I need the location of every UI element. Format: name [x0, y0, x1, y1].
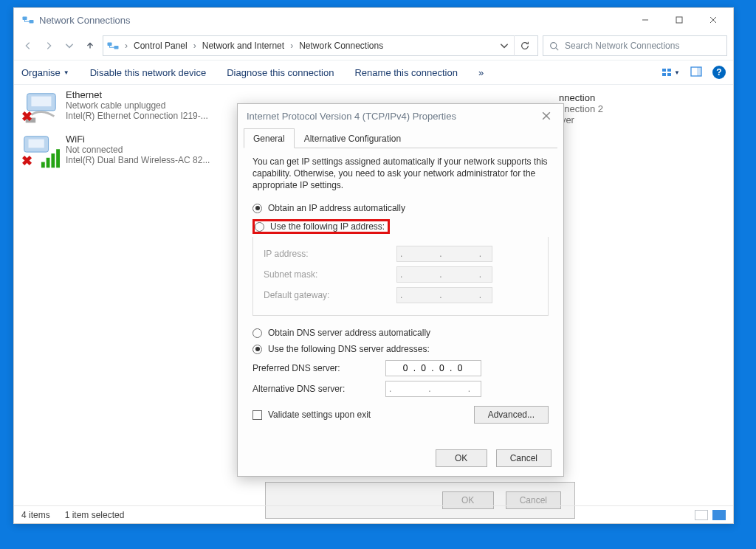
- breadcrumb-leaf[interactable]: Network Connections: [297, 41, 385, 51]
- dialog-footer: OK Cancel: [238, 441, 563, 476]
- svg-rect-21: [41, 162, 45, 168]
- selection-count: 1 item selected: [65, 510, 125, 520]
- radio-icon: [252, 345, 262, 354]
- disable-device-button[interactable]: Disable this network device: [90, 67, 207, 78]
- network-folder-icon: [21, 13, 35, 27]
- advanced-button[interactable]: Advanced...: [474, 406, 549, 424]
- diagnose-button[interactable]: Diagnose this connection: [227, 67, 334, 78]
- radio-label: Use the following IP address:: [270, 221, 385, 232]
- ok-button[interactable]: OK: [436, 449, 487, 467]
- dialog-body: You can get IP settings assigned automat…: [238, 148, 563, 429]
- search-box[interactable]: Search Network Connections: [543, 35, 727, 56]
- address-bar[interactable]: › Control Panel › Network and Internet ›…: [103, 35, 538, 56]
- gateway-label: Default gateway:: [264, 290, 396, 300]
- svg-rect-23: [51, 153, 55, 168]
- dialog-tabs: General Alternative Configuration: [244, 128, 557, 148]
- tab-alt-config[interactable]: Alternative Configuration: [295, 128, 410, 148]
- error-x-icon: ✖: [21, 153, 32, 169]
- toolbar-overflow[interactable]: »: [478, 67, 484, 78]
- cancel-button[interactable]: Cancel: [496, 449, 551, 467]
- subnet-mask-label: Subnet mask:: [264, 269, 396, 280]
- dialog-title: Internet Protocol Version 4 (TCP/IPv4) P…: [247, 111, 456, 122]
- ip-address-label: IP address:: [264, 249, 396, 259]
- svg-rect-3: [676, 17, 682, 23]
- close-button[interactable]: [696, 8, 730, 32]
- forward-button[interactable]: [41, 38, 57, 54]
- radio-obtain-ip-auto[interactable]: Obtain an IP address automatically: [252, 201, 549, 215]
- ip-fields-group: IP address:. . . Subnet mask:. . . Defau…: [252, 237, 549, 316]
- svg-rect-11: [667, 69, 671, 72]
- connection-item-ethernet[interactable]: ✖ Ethernet Network cable unplugged Intel…: [20, 89, 241, 126]
- back-button[interactable]: [20, 38, 36, 54]
- connection-item-wifi[interactable]: ✖ WiFi Not connected Intel(R) Dual Band …: [20, 134, 241, 170]
- connection-device: Intel(R) Ethernet Connection I219-...: [66, 111, 221, 121]
- nav-row: › Control Panel › Network and Internet ›…: [14, 32, 733, 60]
- subnet-mask-input[interactable]: . . .: [396, 266, 492, 283]
- connection-name: Ethernet: [66, 89, 241, 100]
- svg-point-8: [551, 42, 557, 48]
- svg-rect-20: [29, 139, 44, 148]
- connection-status: nnection 2: [559, 103, 721, 114]
- address-icon: [106, 39, 120, 52]
- ipv4-properties-dialog: Internet Protocol Version 4 (TCP/IPv4) P…: [237, 103, 564, 477]
- connection-item-partial[interactable]: nnection nnection 2 iver: [559, 92, 721, 125]
- view-options-icon[interactable]: ▼: [661, 66, 680, 78]
- alt-dns-input[interactable]: . . .: [385, 381, 481, 397]
- svg-line-9: [556, 47, 558, 49]
- radio-icon: [252, 328, 262, 338]
- radio-obtain-dns-auto[interactable]: Obtain DNS server address automatically: [252, 326, 549, 339]
- window-title: Network Connections: [39, 15, 131, 26]
- ip-address-input[interactable]: . . .: [396, 246, 492, 262]
- tab-general[interactable]: General: [244, 128, 295, 148]
- svg-rect-0: [23, 17, 27, 21]
- help-icon[interactable]: ?: [712, 66, 726, 79]
- radio-label: Obtain an IP address automatically: [268, 203, 405, 213]
- validate-checkbox[interactable]: [252, 410, 262, 420]
- radio-use-following-ip[interactable]: Use the following IP address:: [252, 219, 390, 234]
- details-view-button[interactable]: [695, 510, 708, 520]
- chevron-right-icon[interactable]: ›: [123, 41, 130, 51]
- preferred-dns-label: Preferred DNS server:: [252, 363, 385, 373]
- rename-button[interactable]: Rename this connection: [354, 67, 457, 78]
- svg-rect-10: [662, 69, 666, 72]
- connection-status: Network cable unplugged: [66, 100, 241, 111]
- organise-menu[interactable]: Organise▼: [21, 67, 69, 78]
- preferred-dns-input[interactable]: 0 . 0 . 0 . 0: [385, 360, 481, 376]
- breadcrumb-root[interactable]: Control Panel: [131, 41, 190, 51]
- search-placeholder: Search Network Connections: [565, 41, 679, 51]
- maximize-button[interactable]: [662, 8, 696, 32]
- radio-label: Use the following DNS server addresses:: [268, 344, 430, 354]
- up-button[interactable]: [82, 38, 98, 54]
- dialog-close-button[interactable]: [538, 108, 554, 124]
- svg-rect-22: [47, 158, 50, 168]
- item-count: 4 items: [21, 510, 50, 520]
- breadcrumb-mid[interactable]: Network and Internet: [200, 41, 286, 51]
- large-icons-view-button[interactable]: [712, 510, 726, 520]
- network-connections-window: Network Connections › Control Panel › Ne…: [13, 7, 734, 524]
- recent-dropdown[interactable]: [61, 38, 78, 54]
- chevron-right-icon[interactable]: ›: [191, 41, 199, 51]
- toolbar: Organise▼ Disable this network device Di…: [14, 60, 733, 85]
- error-x-icon: ✖: [21, 108, 32, 125]
- connection-status: Not connected: [66, 145, 241, 155]
- address-dropdown[interactable]: [496, 38, 512, 54]
- status-bar: 4 items 1 item selected: [14, 505, 733, 523]
- alt-dns-label: Alternative DNS server:: [252, 384, 385, 394]
- connection-device: iver: [559, 114, 721, 125]
- preview-pane-icon[interactable]: [690, 66, 702, 80]
- chevron-right-icon[interactable]: ›: [288, 41, 295, 51]
- svg-rect-17: [31, 97, 51, 106]
- title-bar: Network Connections: [14, 8, 733, 32]
- minimize-button[interactable]: [628, 8, 662, 32]
- radio-label: Obtain DNS server address automatically: [268, 328, 430, 338]
- svg-rect-15: [697, 67, 701, 76]
- radio-icon: [252, 204, 262, 213]
- svg-rect-6: [108, 43, 112, 46]
- connection-name: nnection: [559, 92, 721, 103]
- svg-rect-13: [667, 73, 671, 76]
- radio-use-following-dns[interactable]: Use the following DNS server addresses:: [252, 342, 549, 356]
- content-area: ✖ Ethernet Network cable unplugged Intel…: [14, 86, 733, 505]
- gateway-input[interactable]: . . .: [396, 287, 492, 303]
- refresh-button[interactable]: [514, 35, 535, 56]
- svg-rect-24: [56, 149, 60, 168]
